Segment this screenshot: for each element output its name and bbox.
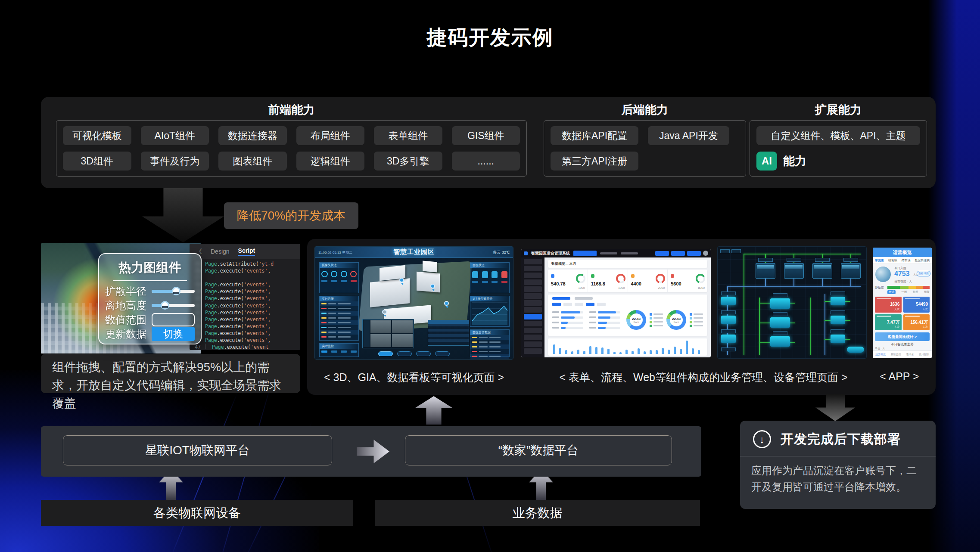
divider	[113, 280, 187, 281]
panel-title: 实时告警	[320, 296, 358, 301]
capability-chip: AIoT组件	[141, 126, 209, 145]
screenshot-mobile-app: 运营概览 客流量 销售额 停车场 数据日报表 今日入园 4753 人次 查看详情…	[873, 248, 932, 358]
sidebar-menu-item[interactable]	[524, 321, 542, 326]
view-toggle-button[interactable]	[720, 249, 730, 253]
video-monitor-popup	[362, 319, 414, 348]
sidebar-menu-item[interactable]	[524, 266, 542, 271]
screenshot-3d-dashboard: 11:05:02 05.13 星期二 智慧工业园区 多云 32℃ 摄像头状态	[314, 246, 513, 360]
switch-button[interactable]: 切换	[152, 327, 195, 341]
gauge	[341, 271, 347, 277]
comfort-level: 拥挤	[913, 290, 918, 294]
tank	[812, 263, 832, 279]
heatmap-card-title: 热力图组件	[99, 259, 201, 276]
filter-chip[interactable]	[552, 303, 561, 306]
topbar-button[interactable]	[687, 251, 701, 256]
logo-icon	[524, 251, 528, 255]
capability-chip: 数据库API配置	[551, 126, 638, 145]
overview-card: 数据概览 -- 本月	[548, 260, 707, 268]
tab-script[interactable]: Script	[238, 247, 255, 256]
bottom-tab[interactable]: 景区监控	[891, 353, 901, 357]
nav-item[interactable]	[600, 252, 617, 254]
tab[interactable]	[575, 297, 593, 300]
kpi-card: 7.47万人次	[875, 314, 902, 330]
value-range-input[interactable]	[152, 313, 195, 326]
input-label: 数值范围	[105, 313, 148, 327]
nav-pill[interactable]	[397, 351, 412, 356]
filter-chip[interactable]	[575, 303, 583, 306]
tab-design[interactable]: Design	[211, 248, 230, 255]
sidebar-menu-item[interactable]	[524, 314, 542, 319]
view-toggle-button[interactable]	[731, 249, 741, 253]
app-tab[interactable]: 销售额	[888, 258, 897, 263]
filter-chip[interactable]	[597, 303, 606, 306]
caption-3d-pages: < 3D、GIA、数据看板等可视化页面 >	[314, 370, 513, 385]
scenic-photo	[875, 267, 891, 282]
kpi-target: 2000	[658, 286, 665, 289]
topbar-button[interactable]	[655, 251, 669, 256]
pump	[831, 335, 845, 343]
nav-pill[interactable]	[378, 351, 393, 356]
map-pin[interactable]	[382, 310, 387, 314]
current-visitors: 当前在园 - 人	[894, 279, 912, 284]
admin-topbar: 智慧园区后台管理系统	[521, 249, 711, 257]
comparison-banner[interactable]: 客流量同比统计 >	[875, 332, 930, 341]
tab-active[interactable]	[552, 297, 570, 300]
capability-chip: 数据连接器	[218, 126, 287, 145]
sidebar-menu-item[interactable]	[524, 300, 542, 306]
data-platform-box: “数家”数据平台	[405, 435, 672, 465]
height-slider[interactable]	[152, 304, 195, 307]
sidebar-menu-item[interactable]	[524, 259, 542, 264]
map-pin[interactable]	[444, 301, 449, 306]
sidebar-menu-item[interactable]	[524, 307, 542, 313]
panel-title: 园区状态	[470, 263, 509, 268]
sidebar-menu-item[interactable]	[524, 279, 542, 285]
sidebar-menu-item[interactable]	[524, 286, 542, 292]
status-icon	[482, 271, 488, 278]
bottom-tab[interactable]: 运营概览	[875, 353, 886, 357]
up-arrow	[415, 396, 453, 425]
avatar[interactable]	[703, 251, 708, 256]
sidebar-menu-item[interactable]	[524, 348, 542, 354]
filter-chip[interactable]	[563, 303, 572, 306]
sidebar-menu-item[interactable]	[524, 328, 542, 333]
tank	[756, 263, 775, 279]
nav-item-active[interactable]	[573, 251, 597, 256]
sidebar-menu-item[interactable]	[524, 335, 542, 340]
alarm-trend-panel: 近7日告警趋势	[470, 296, 510, 327]
bottom-tab[interactable]: 通讯录	[906, 353, 914, 357]
status-icon	[472, 271, 478, 278]
nav-pill[interactable]	[435, 351, 450, 356]
map-pin[interactable]	[399, 278, 404, 282]
map-pin[interactable]	[430, 284, 435, 288]
analysis-card: 22.43Kw·h 22.43Kw·h	[548, 295, 707, 336]
app-tab[interactable]: 客流量	[875, 258, 884, 263]
code-editor-tabbar: 《 Design Script	[190, 244, 300, 259]
status-icon-alert	[501, 271, 507, 278]
app-tab[interactable]: 数据日报表	[915, 258, 930, 263]
iot-platform-box: 星联IOT物联网平台	[63, 435, 332, 465]
nav-pill[interactable]	[416, 351, 431, 356]
sidebar-menu-item[interactable]	[524, 293, 542, 299]
radius-slider[interactable]	[152, 290, 195, 293]
topbar-button[interactable]	[671, 251, 685, 256]
deploy-description: 应用作为产品沉淀在客户账号下，二开及复用皆可通过平台降本增效。	[740, 456, 936, 495]
view-detail-button[interactable]: 查看详情	[917, 271, 930, 276]
comfort-level: 预警	[924, 290, 930, 294]
deploy-title: 开发完成后下载部署	[781, 431, 901, 448]
caption-app: < APP >	[867, 370, 932, 383]
comfort-level: 舒适	[887, 290, 896, 294]
nav-item[interactable]	[621, 252, 638, 254]
code-lines: 35Page.setAttribute('yt-d36Page.execute(…	[190, 259, 300, 350]
sidebar-menu-item[interactable]	[524, 273, 542, 278]
extension-capability-group: 扩展能力 自定义组件、模板、API、主题 AI 能力	[750, 102, 927, 177]
kpi-gauge	[696, 274, 705, 283]
panel-title: 摄像头状态	[320, 263, 358, 268]
app-tab[interactable]: 停车场	[901, 258, 910, 263]
capability-chip: 3D组件	[63, 152, 131, 171]
filter-chip[interactable]	[586, 303, 594, 306]
chiller	[770, 336, 790, 347]
bottom-tab[interactable]: 统计报表	[919, 353, 929, 357]
sidebar-menu-item[interactable]	[524, 341, 542, 347]
kpi-card: 156.41万人次	[903, 314, 930, 330]
admin-title: 智慧园区后台管理系统	[531, 251, 570, 256]
